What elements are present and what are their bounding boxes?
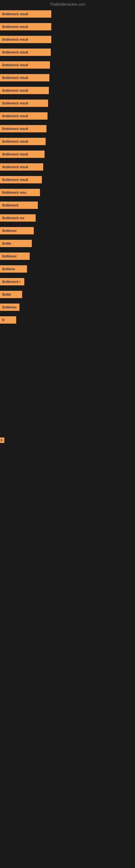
bottleneck-row-17: Bottleneck res <box>0 212 135 224</box>
bottleneck-row-20: Bottlenec <box>0 250 135 262</box>
bottleneck-row-27 <box>0 348 135 370</box>
bottleneck-row-10: Bottleneck result <box>0 122 135 135</box>
bottleneck-badge-2[interactable]: Bottleneck result <box>0 23 51 30</box>
bottleneck-row-6: Bottleneck result <box>0 71 135 84</box>
bottleneck-row-14: Bottleneck result <box>0 173 135 186</box>
bottleneck-badge-25[interactable]: B <box>0 316 16 323</box>
bottleneck-row-24: Bottlenec <box>0 301 135 314</box>
bottleneck-row-2: Bottleneck result <box>0 20 135 33</box>
bottleneck-row-22: Bottleneck r <box>0 275 135 288</box>
bottleneck-row-16: Bottleneck <box>0 199 135 212</box>
bottleneck-row-18: Bottlenec <box>0 224 135 237</box>
bottleneck-row-33 <box>0 467 135 489</box>
bottleneck-badge-16[interactable]: Bottleneck <box>0 202 38 209</box>
bottleneck-badge-5[interactable]: Bottleneck result <box>0 61 50 69</box>
bottleneck-badge-1[interactable]: Bottleneck result <box>0 10 51 18</box>
bottleneck-row-12: Bottleneck result <box>0 148 135 161</box>
bottleneck-badge-20[interactable]: Bottlenec <box>0 252 30 260</box>
bottleneck-badge-4[interactable]: Bottleneck result <box>0 49 51 56</box>
bottleneck-row-34 <box>0 489 135 511</box>
rows-container: Bottleneck resultBottleneck resultBottle… <box>0 8 135 511</box>
bottleneck-row-9: Bottleneck result <box>0 110 135 122</box>
bottleneck-row-5: Bottleneck result <box>0 59 135 71</box>
bottleneck-badge-19[interactable]: Bottle <box>0 240 32 247</box>
site-header: TheBottlenecker.com <box>0 0 135 8</box>
bottleneck-badge-10[interactable]: Bottleneck result <box>0 125 46 132</box>
bottleneck-badge-9[interactable]: Bottleneck result <box>0 112 48 120</box>
bottleneck-row-1: Bottleneck result <box>0 8 135 20</box>
bottleneck-row-30 <box>0 413 135 435</box>
bottleneck-row-15: Bottleneck resu <box>0 186 135 199</box>
bottleneck-badge-6[interactable]: Bottleneck result <box>0 74 49 82</box>
bottleneck-row-31: B <box>0 435 135 446</box>
bottleneck-badge-17[interactable]: Bottleneck res <box>0 214 36 222</box>
bottleneck-row-23: Bottle <box>0 288 135 301</box>
bottleneck-badge-15[interactable]: Bottleneck resu <box>0 189 40 196</box>
bottleneck-row-28 <box>0 370 135 392</box>
bottleneck-badge-24[interactable]: Bottlenec <box>0 304 19 311</box>
bottleneck-row-19: Bottle <box>0 237 135 250</box>
bottleneck-badge-22[interactable]: Bottleneck r <box>0 278 24 285</box>
bottleneck-row-29 <box>0 392 135 413</box>
bottleneck-badge-12[interactable]: Bottleneck result <box>0 151 45 158</box>
bottleneck-badge-23[interactable]: Bottle <box>0 291 22 298</box>
bottleneck-row-7: Bottleneck result <box>0 84 135 97</box>
bottleneck-row-21: Bottlene <box>0 262 135 275</box>
bottleneck-row-3: Bottleneck result <box>0 33 135 46</box>
bottleneck-badge-18[interactable]: Bottlenec <box>0 227 34 235</box>
bottleneck-badge-21[interactable]: Bottlene <box>0 265 27 273</box>
bottleneck-row-11: Bottleneck result <box>0 135 135 148</box>
bottleneck-row-32 <box>0 446 135 467</box>
bottleneck-badge-11[interactable]: Bottleneck result <box>0 138 46 145</box>
bottleneck-badge-3[interactable]: Bottleneck result <box>0 36 51 43</box>
bottleneck-badge-14[interactable]: Bottleneck result <box>0 176 42 183</box>
site-title: TheBottlenecker.com <box>50 2 85 6</box>
bottleneck-badge-31[interactable]: B <box>0 437 4 443</box>
bottleneck-row-8: Bottleneck result <box>0 97 135 110</box>
bottleneck-badge-13[interactable]: Bottleneck result <box>0 163 43 170</box>
bottleneck-badge-7[interactable]: Bottleneck result <box>0 87 49 94</box>
bottleneck-row-4: Bottleneck result <box>0 46 135 59</box>
bottleneck-row-25: B <box>0 314 135 326</box>
bottleneck-badge-8[interactable]: Bottleneck result <box>0 99 48 107</box>
bottleneck-row-13: Bottleneck result <box>0 161 135 173</box>
bottleneck-row-26 <box>0 326 135 348</box>
